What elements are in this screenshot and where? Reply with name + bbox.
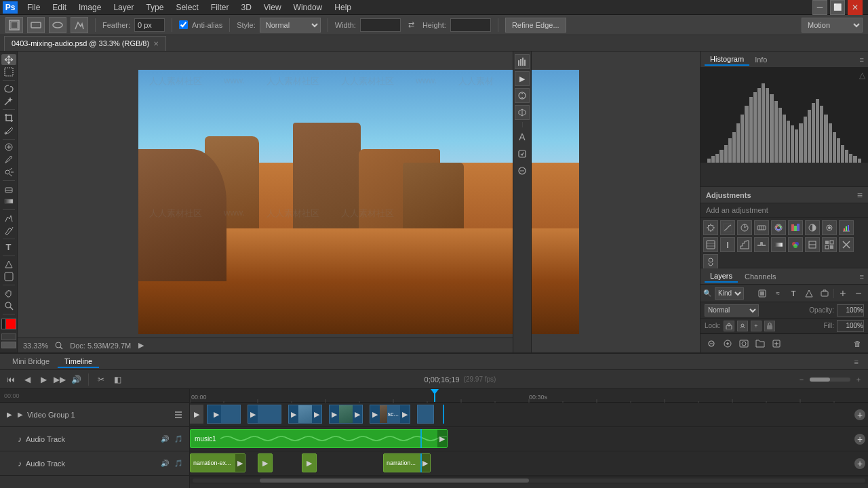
video-clip-6[interactable] (417, 405, 434, 424)
add-narration-track-btn[interactable]: + (854, 458, 865, 469)
audio-2-settings[interactable]: 🎵 (173, 458, 184, 469)
width-input[interactable] (360, 18, 401, 32)
zoom-tool[interactable] (1, 300, 16, 311)
track-label-audio-2[interactable]: ♪ Audio Track 🔊 🎵 (0, 451, 189, 476)
clip-ctrl-5[interactable]: ▶ (370, 405, 380, 423)
panel-icon-play[interactable]: ▶ (515, 71, 530, 86)
tool-icon-1[interactable] (5, 17, 23, 33)
panel-icon-6[interactable] (515, 146, 530, 161)
add-layer-style-btn[interactable] (721, 337, 734, 350)
feather-input[interactable] (134, 18, 165, 32)
clone-tool[interactable] (1, 167, 16, 178)
video-clip-1[interactable]: ▶ (207, 405, 241, 424)
narration-clip-1[interactable]: narration-ex... ▶ (190, 453, 245, 472)
eraser-tool[interactable] (1, 183, 16, 194)
brush-tool[interactable] (1, 154, 16, 165)
shape-tool[interactable] (1, 271, 16, 282)
channels-tab[interactable]: Channels (739, 271, 781, 282)
clip-ctrl-4[interactable]: ▶ (330, 405, 339, 423)
layer-filter-sub[interactable]: − (852, 287, 865, 300)
clip-ctrl-5b[interactable]: ▶ (400, 405, 410, 423)
narration-clip-3[interactable]: ▶ (302, 453, 317, 472)
panel-icon-3d[interactable] (515, 105, 530, 120)
mute-audio-btn[interactable]: 🔊 (69, 373, 83, 386)
blend-mode-select[interactable]: Normal (705, 304, 759, 317)
mini-bridge-tab[interactable]: Mini Bridge (5, 356, 56, 368)
adj-4[interactable] (839, 237, 854, 252)
audio-1-settings[interactable]: 🎵 (173, 434, 184, 445)
selection-tool[interactable] (1, 66, 16, 77)
playhead-ruler[interactable] (434, 389, 435, 402)
lock-all[interactable] (764, 321, 775, 331)
healing-tool[interactable] (1, 142, 16, 152)
panel-icon-adj[interactable] (515, 88, 530, 103)
menu-select[interactable]: Select (170, 1, 203, 14)
panel-icon-5[interactable]: A (515, 129, 530, 144)
menu-window[interactable]: Window (288, 1, 328, 14)
clip-ctrl-3b[interactable]: ▶ (312, 405, 321, 423)
narration-clip-4[interactable]: narration... ▶ (383, 453, 431, 472)
add-video-track-btn[interactable]: + (854, 409, 865, 420)
zoom-btn[interactable] (54, 340, 64, 351)
adj-brightness[interactable] (703, 220, 718, 235)
lasso-tool[interactable] (1, 83, 16, 94)
menu-file[interactable]: File (22, 1, 45, 14)
adj-curves[interactable] (720, 220, 735, 235)
menu-layer[interactable]: Layer (108, 1, 139, 14)
new-layer-btn[interactable] (770, 337, 783, 350)
go-to-first-frame[interactable]: ⏮ (4, 373, 18, 386)
audio-2-mute[interactable]: 🔊 (159, 458, 170, 469)
magic-wand-tool[interactable] (1, 96, 16, 106)
adj-black-white[interactable] (805, 220, 820, 235)
info-tab[interactable]: Info (749, 54, 772, 65)
transition-btn[interactable]: ◧ (111, 373, 124, 386)
menu-help[interactable]: Help (329, 1, 357, 14)
audio-clip-end-handle[interactable]: ▶ (437, 430, 447, 447)
add-mask-btn[interactable] (737, 337, 751, 350)
narration-clip-2[interactable]: ▶ (258, 453, 273, 472)
narr-4-end[interactable]: ▶ (420, 454, 430, 472)
histogram-tab[interactable]: Histogram (705, 54, 749, 66)
adj-3[interactable] (822, 237, 837, 252)
refine-edge-btn[interactable]: Refine Edge... (505, 18, 566, 33)
zoom-in-btn[interactable]: + (853, 374, 864, 385)
lock-image[interactable] (737, 321, 748, 331)
zoom-out-btn[interactable]: − (796, 374, 807, 385)
pen-tool[interactable] (1, 225, 16, 236)
clip-ctrl-4b[interactable]: ▶ (353, 405, 362, 423)
minimize-btn[interactable]: ─ (812, 0, 827, 15)
swap-dimensions-btn[interactable]: ⇄ (405, 18, 418, 32)
panel-icon-7[interactable] (515, 163, 530, 178)
panel-menu-btn[interactable]: ≡ (860, 56, 864, 64)
lock-transparent[interactable] (724, 321, 734, 331)
adjustments-menu[interactable]: ≡ (857, 190, 863, 201)
adj-photo-filter[interactable] (822, 220, 837, 235)
quick-mask-btn[interactable] (1, 333, 16, 340)
video-track-settings[interactable] (173, 409, 184, 420)
adj-5[interactable] (703, 254, 718, 269)
video-clip-2[interactable]: ▶ (248, 405, 281, 424)
video-clip-3[interactable]: ▶ ▶ (288, 405, 322, 424)
hand-tool[interactable] (1, 288, 16, 299)
clip-ctrl-3[interactable]: ▶ (289, 405, 298, 423)
gradient-tool[interactable] (1, 196, 16, 207)
tab-close-btn[interactable]: ✕ (153, 40, 159, 47)
timeline-scroll-thumb[interactable] (260, 479, 529, 483)
video-track-play-btn[interactable]: ▶ (190, 405, 203, 424)
screen-mode-btn[interactable] (1, 342, 16, 348)
layer-filter-smart[interactable] (818, 287, 831, 300)
play-btn[interactable]: ▶ (37, 373, 50, 386)
clip-ctrl-2[interactable]: ▶ (248, 405, 258, 423)
track-label-audio-1[interactable]: ♪ Audio Track 🔊 🎵 (0, 427, 189, 451)
link-layers-btn[interactable] (705, 337, 718, 350)
go-back-one-frame[interactable]: ◀ (20, 373, 34, 386)
text-tool[interactable]: T (1, 242, 16, 253)
adj-invert[interactable]: I (720, 237, 735, 252)
timeline-scroll-track[interactable] (193, 479, 865, 483)
style-select[interactable]: Normal Fixed Ratio Fixed Size (260, 18, 321, 33)
timeline-menu-btn[interactable]: ≡ (850, 358, 863, 366)
restore-btn[interactable]: ⬜ (830, 0, 845, 15)
narr-1-end[interactable]: ▶ (235, 454, 245, 472)
close-btn[interactable]: ✕ (848, 0, 863, 15)
motion-select[interactable]: Motion (802, 18, 863, 33)
